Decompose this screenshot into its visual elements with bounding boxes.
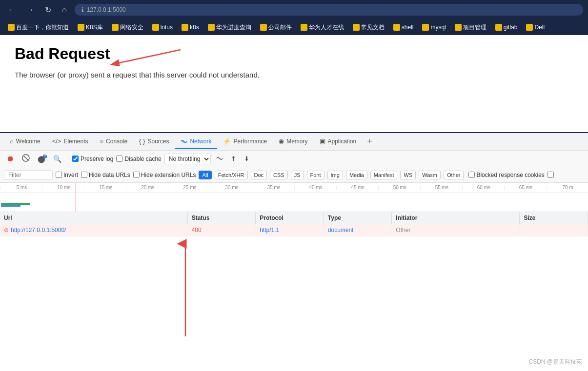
- col-header-size[interactable]: Size: [520, 212, 588, 224]
- type-btn-wasm[interactable]: Wasm: [419, 171, 441, 179]
- add-tab-button[interactable]: +: [364, 137, 375, 147]
- cell-status: 400: [188, 224, 256, 236]
- tab-application[interactable]: ▣ Application: [314, 135, 363, 149]
- tab-network[interactable]: Network: [175, 134, 217, 149]
- type-btn-ws[interactable]: WS: [400, 171, 416, 179]
- bookmark-baidu[interactable]: 百度一下，你就知道: [4, 22, 73, 33]
- tab-welcome-label: Welcome: [16, 138, 41, 145]
- hide-data-urls-checkbox[interactable]: [81, 172, 87, 178]
- type-btn-media[interactable]: Media: [346, 171, 367, 179]
- bookmark-folder-icon: [495, 24, 502, 31]
- tab-elements[interactable]: </> Elements: [46, 135, 94, 149]
- hide-extension-urls-checkbox-label[interactable]: Hide extension URLs: [133, 172, 196, 178]
- address-bar[interactable]: ℹ 127.0.0.1:5000: [75, 4, 583, 16]
- clear-button[interactable]: [20, 153, 32, 165]
- bookmark-k8s[interactable]: k8s: [178, 22, 203, 32]
- bookmark-email[interactable]: 公司邮件: [256, 22, 296, 33]
- type-btn-font[interactable]: Font: [307, 171, 324, 179]
- tab-performance[interactable]: ⚡ Performance: [217, 135, 273, 149]
- record-button[interactable]: ⏺: [4, 153, 17, 165]
- invert-checkbox[interactable]: [56, 172, 62, 178]
- bookmark-label: gitlab: [504, 24, 518, 31]
- throttle-select[interactable]: No throttling Fast 3G Slow 3G Offline: [164, 154, 211, 164]
- tab-console[interactable]: ≡ Console: [94, 135, 133, 149]
- hide-data-urls-label: Hide data URLs: [89, 172, 130, 178]
- bookmark-dell[interactable]: Dell: [522, 22, 548, 32]
- type-btn-css[interactable]: CSS: [270, 171, 288, 179]
- bookmark-mysql[interactable]: mysql: [418, 22, 449, 32]
- tab-welcome[interactable]: ⌂ Welcome: [4, 135, 46, 149]
- bookmark-label: shell: [402, 24, 414, 31]
- preserve-log-checkbox-label[interactable]: Preserve log: [72, 156, 113, 162]
- disable-cache-checkbox-label[interactable]: Disable cache: [116, 156, 161, 162]
- devtools-filter: Invert Hide data URLs Hide extension URL…: [0, 167, 588, 183]
- tick-40ms: 40 ms: [294, 185, 336, 190]
- export-button[interactable]: ⬇: [242, 154, 252, 164]
- bookmark-label: 项目管理: [463, 23, 487, 32]
- bookmark-k8s-lib[interactable]: K8S库: [74, 22, 107, 33]
- col-header-type[interactable]: Type: [324, 212, 392, 224]
- url-link[interactable]: http://127.0.0.1:5000/: [11, 227, 66, 234]
- bookmark-huawei-talent[interactable]: 华为人才在线: [297, 22, 348, 33]
- home-button[interactable]: ⌂: [59, 4, 70, 15]
- tab-memory[interactable]: ◉ Memory: [273, 135, 313, 149]
- search-button[interactable]: 🔍: [51, 154, 64, 164]
- network-conditions-button[interactable]: [214, 153, 225, 164]
- bookmark-gitlab[interactable]: gitlab: [491, 22, 522, 32]
- tick-25ms: 25 ms: [168, 185, 210, 190]
- record-icon: ⏺: [6, 155, 14, 163]
- bookmark-shell[interactable]: shell: [389, 22, 418, 32]
- bookmark-folder-icon: [393, 24, 400, 31]
- console-icon: ≡: [100, 137, 103, 145]
- type-btn-other[interactable]: Other: [444, 171, 464, 179]
- bookmark-lotus[interactable]: lotus: [148, 22, 177, 32]
- filter-toggle-button[interactable]: ⬤ ?: [35, 154, 48, 164]
- blocked-cookies-checkbox[interactable]: [468, 172, 475, 178]
- type-btn-manifest[interactable]: Manifest: [370, 171, 398, 179]
- import-icon: ⬆: [231, 155, 236, 162]
- bookmark-huawei-progress[interactable]: 华为进度查询: [204, 22, 255, 33]
- type-btn-js[interactable]: JS: [291, 171, 304, 179]
- blocked-cookies-checkbox2[interactable]: [547, 172, 554, 178]
- disable-cache-checkbox[interactable]: [116, 156, 122, 162]
- tab-sources[interactable]: { } Sources: [133, 135, 175, 149]
- type-btn-fetch[interactable]: Fetch/XHR: [215, 171, 248, 179]
- hide-data-urls-checkbox-label[interactable]: Hide data URLs: [81, 172, 130, 178]
- type-btn-doc[interactable]: Doc: [251, 171, 267, 179]
- back-button[interactable]: ←: [5, 4, 19, 15]
- bookmark-folder-icon: [8, 24, 15, 31]
- invert-label: Invert: [63, 172, 78, 178]
- reload-button[interactable]: ↻: [42, 4, 54, 16]
- tab-sources-label: Sources: [147, 138, 169, 145]
- performance-icon: ⚡: [223, 137, 231, 145]
- preserve-log-checkbox[interactable]: [72, 156, 79, 162]
- hide-extension-urls-label: Hide extension URLs: [141, 172, 196, 178]
- bookmark-label: Dell: [534, 24, 545, 31]
- bookmarks-bar: 百度一下，你就知道 K8S库 网络安全 lotus k8s 华为进度查询 公司邮…: [0, 20, 588, 35]
- col-header-status[interactable]: Status: [188, 212, 256, 224]
- bookmark-folder-icon: [260, 24, 267, 31]
- bookmark-docs[interactable]: 常见文档: [349, 22, 388, 33]
- invert-checkbox-label[interactable]: Invert: [56, 172, 78, 178]
- filter-input[interactable]: [4, 170, 53, 180]
- bookmark-netsec[interactable]: 网络安全: [108, 22, 147, 33]
- bookmark-folder-icon: [182, 24, 188, 31]
- forward-button[interactable]: →: [23, 4, 37, 15]
- type-btn-img[interactable]: Img: [327, 171, 343, 179]
- blocked-cookies-checkbox-label[interactable]: Blocked response cookies: [468, 172, 544, 178]
- type-btn-all[interactable]: All: [199, 171, 211, 179]
- devtools-toolbar: ⏺ ⬤ ? 🔍 Preserve log Disable cache: [0, 151, 588, 167]
- elements-icon: </>: [52, 137, 61, 145]
- tick-35ms: 35 ms: [252, 185, 294, 190]
- hide-extension-urls-checkbox[interactable]: [133, 172, 140, 178]
- import-button[interactable]: ⬆: [228, 154, 239, 164]
- devtools-tabs: ⌂ Welcome </> Elements ≡ Console { } Sou…: [0, 133, 588, 151]
- col-header-protocol[interactable]: Protocol: [256, 212, 324, 224]
- tick-60ms: 60 ms: [462, 185, 504, 190]
- bookmark-label: K8S库: [86, 23, 103, 32]
- table-row[interactable]: ⊘ http://127.0.0.1:5000/ 400 http/1.1 do…: [0, 224, 588, 236]
- initiator-text: Other: [396, 227, 410, 234]
- col-header-initiator[interactable]: Initiator: [392, 212, 520, 224]
- bookmark-pm[interactable]: 项目管理: [451, 22, 490, 33]
- col-header-url[interactable]: Url: [0, 212, 188, 224]
